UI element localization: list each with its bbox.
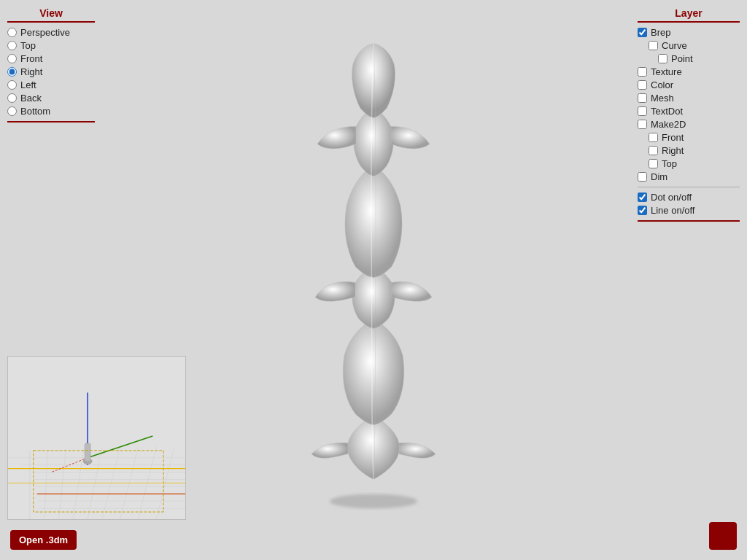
view-title: View [7, 7, 95, 23]
layer-label-dim: Dim [651, 171, 667, 182]
layer-item-textdot[interactable]: TextDot [638, 106, 740, 117]
layer-item-brep[interactable]: Brep [638, 27, 740, 38]
thumbnail-viewport [7, 356, 186, 520]
layer-label-make2d: Make2D [651, 119, 686, 130]
layer-label-curve: Curve [662, 40, 687, 51]
layer-item-line-onoff[interactable]: Line on/off [638, 205, 740, 216]
view-label-left: Left [20, 79, 36, 90]
layer-label-textdot: TextDot [651, 106, 683, 117]
layer-label-brep: Brep [651, 27, 670, 38]
view-label-top: Top [20, 40, 36, 51]
view-label-bottom: Bottom [20, 106, 50, 117]
layer-label-line-onoff: Line on/off [651, 205, 694, 216]
view-option-left[interactable]: Left [7, 79, 95, 90]
layer-item-make2d[interactable]: Make2D [638, 119, 740, 130]
layer-label-front: Front [662, 132, 684, 143]
view-panel: View Perspective Top Front Right Left Ba… [7, 7, 95, 122]
layer-title: Layer [638, 7, 740, 23]
layer-item-front[interactable]: Front [649, 132, 740, 143]
layer-item-mesh[interactable]: Mesh [638, 93, 740, 104]
view-option-back[interactable]: Back [7, 93, 95, 104]
layer-item-point[interactable]: Point [658, 53, 740, 64]
layer-label-color: Color [651, 79, 673, 90]
layer-item-curve[interactable]: Curve [649, 40, 740, 51]
layer-label-top: Top [662, 158, 677, 169]
svg-rect-26 [85, 443, 90, 462]
open-3dm-button[interactable]: Open .3dm [10, 530, 77, 550]
layer-label-point: Point [671, 53, 693, 64]
layer-label-mesh: Mesh [651, 93, 674, 104]
viewport [0, 0, 747, 560]
3d-model [271, 42, 476, 518]
layer-panel: Layer Brep Curve Point Texture Color Mes… [638, 7, 740, 222]
layer-item-dim[interactable]: Dim [638, 171, 740, 182]
view-option-top[interactable]: Top [7, 40, 95, 51]
view-label-perspective: Perspective [20, 27, 70, 38]
layer-item-color[interactable]: Color [638, 79, 740, 90]
view-option-right[interactable]: Right [7, 66, 95, 77]
view-label-right: Right [20, 66, 42, 77]
svg-rect-1 [8, 357, 185, 519]
layer-item-right[interactable]: Right [649, 145, 740, 156]
svg-point-0 [330, 494, 417, 509]
view-option-perspective[interactable]: Perspective [7, 27, 95, 38]
layer-label-dot-onoff: Dot on/off [651, 192, 692, 203]
layer-item-top[interactable]: Top [649, 158, 740, 169]
layer-label-texture: Texture [651, 66, 682, 77]
view-option-bottom[interactable]: Bottom [7, 106, 95, 117]
view-label-front: Front [20, 53, 42, 64]
view-option-front[interactable]: Front [7, 53, 95, 64]
layer-item-dot-onoff[interactable]: Dot on/off [638, 192, 740, 203]
bottom-right-button[interactable] [709, 522, 737, 550]
layer-label-right: Right [662, 145, 684, 156]
layer-item-texture[interactable]: Texture [638, 66, 740, 77]
view-label-back: Back [20, 93, 42, 104]
